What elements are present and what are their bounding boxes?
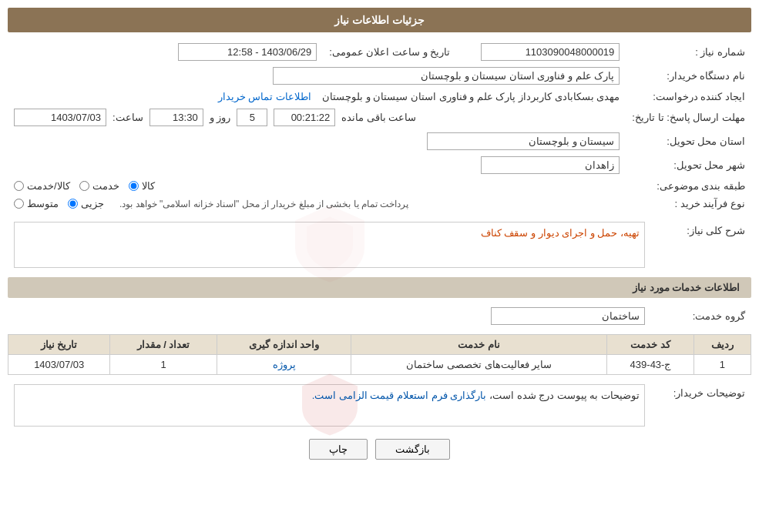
city-value: زاهدان — [8, 153, 626, 177]
buyer-notes-value: توضیحات به پیوست درج شده است، بارگذاری ف… — [312, 390, 640, 401]
watermark-notes — [299, 370, 361, 440]
cell-qty: 1 — [110, 355, 217, 375]
process-radio-group: متوسط جزیی — [14, 198, 104, 209]
deadline-date-box: 1403/07/03 — [14, 109, 106, 126]
category-option-kala-khedmat[interactable]: کالا/خدمت — [14, 180, 70, 192]
requester-text: مهدی بسکابادی کاربرداز پارک علم و فناوری… — [322, 91, 620, 102]
buyer-org-box: پارک علم و فناوری استان سیستان و بلوچستا… — [273, 67, 620, 85]
category-radio-group: کالا/خدمت خدمت کالا — [14, 180, 620, 192]
buyer-org-label: نام دستگاه خریدار: — [626, 64, 751, 88]
col-unit: واحد اندازه گیری — [217, 335, 351, 355]
process-label: نوع فرآیند خرید : — [626, 195, 751, 212]
button-row: بازگشت چاپ — [8, 439, 751, 460]
deadline-days-label: روز و — [210, 112, 231, 123]
col-row-num: ردیف — [694, 335, 751, 355]
info-table: شماره نیاز : 1103090048000019 تاریخ و سا… — [8, 40, 751, 212]
description-table: شرح کلی نیاز: تهیه، حمل و اجرای دیوار و … — [8, 219, 751, 271]
page-title: جزئیات اطلاعات نیاز — [8, 8, 751, 32]
description-area: تهیه، حمل و اجرای دیوار و سقف کناف — [14, 222, 645, 268]
services-table: ردیف کد خدمت نام خدمت واحد اندازه گیری ت… — [8, 334, 751, 375]
service-group-box: ساختمان — [491, 307, 645, 325]
need-number-value: 1103090048000019 — [456, 40, 626, 64]
announcement-date-value: 1403/06/29 - 12:58 — [8, 40, 323, 64]
deadline-label: مهلت ارسال پاسخ: تا تاریخ: — [626, 105, 751, 129]
deadline-remaining-box: 00:21:22 — [274, 109, 335, 126]
category-label: طبقه بندی موضوعی: — [626, 177, 751, 195]
buyer-notes-table: توضیحات خریدار: توضیحات به پیوست درج شده… — [8, 381, 751, 430]
service-group-label: گروه خدمت: — [651, 304, 751, 328]
category-option-kala[interactable]: کالا — [129, 180, 155, 192]
service-group-table: گروه خدمت: ساختمان — [8, 304, 751, 328]
cell-row-num: 1 — [694, 355, 751, 375]
process-option-jozi[interactable]: جزیی — [68, 198, 104, 209]
buyer-notes-area: توضیحات به پیوست درج شده است، بارگذاری ف… — [14, 384, 645, 427]
cell-service-code: ج-43-439 — [607, 355, 694, 375]
province-box: سیستان و بلوچستان — [427, 132, 620, 150]
col-service-name: نام خدمت — [351, 335, 607, 355]
services-section-header: اطلاعات خدمات مورد نیاز — [8, 277, 751, 298]
requester-value: مهدی بسکابادی کاربرداز پارک علم و فناوری… — [8, 88, 626, 105]
contact-link[interactable]: اطلاعات تماس خریدار — [218, 91, 311, 102]
cell-date: 1403/07/03 — [8, 355, 110, 375]
buyer-notes-label: توضیحات خریدار: — [651, 381, 751, 430]
city-box: زاهدان — [481, 156, 620, 174]
description-value: تهیه، حمل و اجرای دیوار و سقف کناف — [481, 227, 640, 239]
deadline-days-box: 5 — [237, 109, 267, 126]
cell-service-name: سایر فعالیت‌های تخصصی ساختمان — [351, 355, 607, 375]
cell-unit: پروژه — [217, 355, 351, 375]
deadline-time-box: 13:30 — [149, 109, 203, 126]
print-button[interactable]: چاپ — [309, 439, 368, 460]
announcement-date-box: 1403/06/29 - 12:58 — [178, 43, 317, 61]
province-value: سیستان و بلوچستان — [8, 129, 626, 153]
process-option-motavaset[interactable]: متوسط — [14, 198, 59, 209]
back-button[interactable]: بازگشت — [375, 439, 450, 460]
col-service-code: کد خدمت — [607, 335, 694, 355]
table-row: 1 ج-43-439 سایر فعالیت‌های تخصصی ساختمان… — [8, 355, 751, 375]
need-number-box: 1103090048000019 — [481, 43, 620, 61]
announcement-date-label: تاریخ و ساعت اعلان عمومی: — [323, 40, 456, 64]
category-option-khedmat[interactable]: خدمت — [79, 180, 119, 192]
process-note: پرداخت تمام یا بخشی از مبلغ خریدار از مح… — [119, 199, 408, 209]
deadline-remaining-label: ساعت باقی مانده — [341, 112, 416, 123]
need-number-label: شماره نیاز : — [626, 40, 751, 64]
col-qty: تعداد / مقدار — [110, 335, 217, 355]
city-label: شهر محل تحویل: — [626, 153, 751, 177]
deadline-time-label: ساعت: — [113, 112, 143, 123]
requester-label: ایجاد کننده درخواست: — [626, 88, 751, 105]
upload-form-link[interactable]: بارگذاری فرم استعلام قیمت الزامی است. — [312, 390, 487, 401]
col-date: تاریخ نیاز — [8, 335, 110, 355]
description-label: شرح کلی نیاز: — [651, 219, 751, 271]
province-label: استان محل تحویل: — [626, 129, 751, 153]
buyer-org-value: پارک علم و فناوری استان سیستان و بلوچستا… — [8, 64, 626, 88]
watermark-shield — [291, 202, 368, 289]
